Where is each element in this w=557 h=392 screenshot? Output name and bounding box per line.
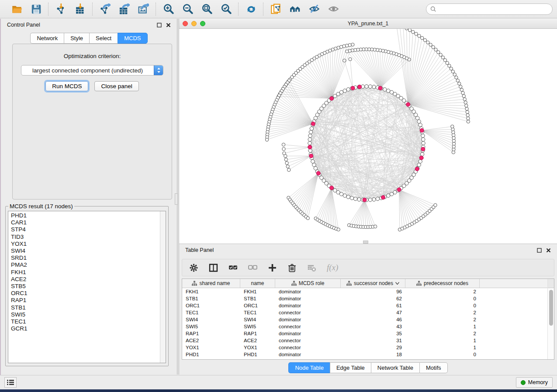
zoom-fit-button[interactable] [200,3,213,16]
table-row[interactable]: YOX1YOX1connector291 [182,344,554,351]
table-row[interactable]: FKH1FKH1dominator962 [182,288,554,295]
apply-layout-button[interactable] [244,3,257,16]
cell-predecessor-nodes: 1 [405,338,480,343]
run-mcds-button[interactable]: Run MCDS [45,81,88,91]
minimize-window-icon[interactable] [191,21,197,26]
table-row[interactable]: RAP1RAP1dominator352 [182,330,554,337]
search-box[interactable] [426,3,553,15]
memory-button[interactable]: Memory [516,377,553,388]
float-table-panel-icon[interactable] [537,248,542,253]
mcds-result-item[interactable]: ORC1 [11,290,160,297]
tab-edge-table[interactable]: Edge Table [330,362,371,373]
cell-name: SWI5 [240,324,275,329]
export-image-button[interactable] [137,3,150,16]
horizontal-splitter-grip[interactable] [363,241,368,244]
column-header-MCDS-role[interactable]: MCDS role [275,279,341,288]
export-image-icon [138,3,149,14]
mcds-result-item[interactable]: RAP1 [11,297,160,304]
cell-shared-name: ORC1 [182,303,240,308]
save-session-button[interactable] [29,3,42,16]
mcds-result-item[interactable]: PHD1 [11,212,160,219]
mcds-result-item[interactable]: YOX1 [11,241,160,248]
table-row[interactable]: SWI5SWI5connector431 [182,323,554,330]
selected-option-label: largest connected component (undirected) [21,67,154,74]
close-table-panel-icon[interactable] [546,248,551,253]
close-panel-icon[interactable] [166,23,171,28]
memory-label: Memory [528,379,548,385]
import-network-button[interactable] [54,3,67,16]
add-column-button[interactable] [268,263,277,272]
zoom-selected-icon [221,3,232,14]
splitter-grip[interactable] [175,193,178,205]
tab-motifs[interactable]: Motifs [419,362,448,373]
maximize-window-icon[interactable] [200,21,205,26]
tab-select[interactable]: Select [89,33,118,44]
mcds-result-item[interactable]: ACE2 [11,276,160,283]
mcds-result-listbox: PHD1CAR1STP4TID3YOX1SWI4SRD1PMA2FKH1ACE2… [8,211,166,363]
task-history-button[interactable] [4,377,17,388]
zoom-selected-button[interactable] [219,3,232,16]
zoom-out-button[interactable] [181,3,194,16]
table-settings-button[interactable] [189,263,198,272]
show-columns-button[interactable] [209,263,218,272]
tab-node-table[interactable]: Node Table [288,362,330,373]
mcds-result-item[interactable]: STB5 [11,283,160,290]
mcds-list-scrollbar[interactable] [160,211,166,363]
search-input[interactable] [439,6,548,12]
mcds-result-item[interactable]: STB1 [11,304,160,311]
export-network-button[interactable] [98,3,111,16]
tab-network[interactable]: Network [30,33,64,44]
cell-shared-name: STB1 [182,296,240,301]
mcds-result-item[interactable]: CAR1 [11,219,160,226]
network-from-file-button[interactable] [269,3,282,16]
hide-selected-button[interactable] [308,3,321,16]
mcds-result-item[interactable]: PMA2 [11,261,160,268]
close-window-icon[interactable] [183,21,188,26]
mcds-result-item[interactable]: STP4 [11,226,160,233]
column-header-successor-nodes[interactable]: successor nodes [341,279,405,288]
cell-shared-name: SWI4 [182,317,240,322]
mcds-result-item[interactable]: TEC1 [11,318,160,325]
tab-network-table[interactable]: Network Table [371,362,419,373]
table-row[interactable]: PHD1PHD1dominator180 [182,351,554,358]
show-all-button[interactable] [327,3,340,16]
apply-layout-icon [246,3,256,14]
table-row[interactable]: SWI4SWI4dominator462 [182,316,554,323]
delete-column-button[interactable] [287,263,297,272]
table-settings-icon [189,263,198,272]
mcds-result-item[interactable]: FKH1 [11,269,160,276]
first-neighbors-icon [290,3,301,14]
cell-name: RAP1 [240,331,275,336]
export-table-button[interactable] [118,3,131,16]
zoom-in-button[interactable] [162,3,175,16]
cell-shared-name: PHD1 [182,352,240,357]
column-header-name[interactable]: name [240,279,275,288]
deselect-all-rows-button[interactable] [248,263,257,272]
open-file-button[interactable] [10,3,23,16]
mcds-result-item[interactable]: SWI5 [11,311,160,318]
column-header-predecessor-nodes[interactable]: predecessor nodes [405,279,480,288]
export-table-icon [119,3,130,14]
network-from-file-icon [270,3,281,14]
mcds-result-item[interactable]: SWI4 [11,248,160,254]
network-canvas[interactable] [179,29,557,243]
column-header-shared-name[interactable]: shared name [182,279,240,288]
float-panel-icon[interactable] [157,23,162,28]
mcds-result-item[interactable]: TID3 [11,234,160,241]
first-neighbors-button[interactable] [288,3,301,16]
table-row[interactable]: ORC1ORC1dominator610 [182,302,554,309]
tab-style[interactable]: Style [64,33,89,44]
table-row[interactable]: STB1STB1dominator620 [182,295,554,302]
table-row[interactable]: ACE2ACE2connector311 [182,337,554,344]
mcds-result-item[interactable]: SRD1 [11,254,160,261]
table-scrollbar-thumb[interactable] [549,290,553,326]
table-row[interactable]: TEC1TEC1connector472 [182,309,554,316]
select-all-rows-button[interactable] [228,263,238,272]
table-scrollbar[interactable] [547,279,554,359]
optimization-criterion-select[interactable]: largest connected component (undirected) [21,65,163,76]
tab-mcds[interactable]: MCDS [118,33,147,44]
mcds-result-item[interactable]: GCR1 [11,325,160,332]
import-table-button[interactable] [73,3,86,16]
node-table-header: shared namenameMCDS rolesuccessor nodesp… [182,279,554,288]
close-panel-button[interactable]: Close panel [94,81,138,91]
